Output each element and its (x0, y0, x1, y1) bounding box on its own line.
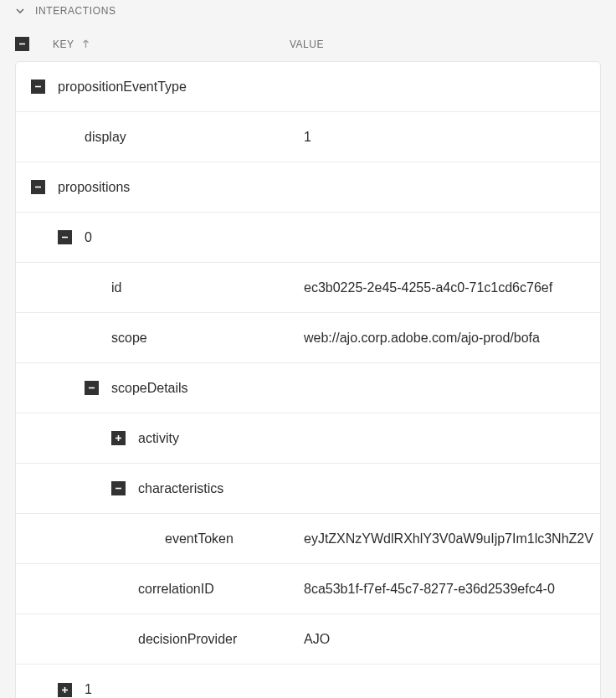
tree-row: 1 (16, 665, 600, 698)
key-cell: 1 (31, 682, 304, 697)
collapse-icon[interactable] (31, 180, 45, 194)
toggle-slot (111, 431, 126, 445)
table-header: KEY VALUE (15, 28, 601, 61)
tree-row: idec3b0225-2e45-4255-a4c0-71c1cd6c76ef (16, 263, 600, 313)
svg-rect-0 (19, 44, 25, 45)
key-label: scopeDetails (111, 381, 188, 396)
expand-icon[interactable] (111, 431, 126, 445)
key-label: characteristics (138, 481, 223, 496)
key-label: 1 (85, 682, 92, 697)
toggle-slot (58, 683, 72, 697)
column-value-header[interactable]: VALUE (290, 38, 601, 50)
key-label: scope (111, 331, 147, 346)
section-header[interactable]: INTERACTIONS (0, 0, 616, 28)
svg-rect-3 (62, 237, 68, 239)
toggle-slot (58, 230, 72, 244)
key-label: propositions (58, 180, 130, 195)
key-cell: display (31, 130, 304, 145)
key-cell: propositionEventType (31, 80, 304, 95)
collapse-icon[interactable] (31, 80, 45, 94)
svg-rect-9 (64, 687, 66, 693)
toggle-slot (85, 381, 99, 395)
tree-row: correlationID8ca53b1f-f7ef-45c7-8277-e36… (16, 564, 600, 614)
key-cell: characteristics (31, 481, 304, 496)
collapse-icon[interactable] (111, 481, 126, 495)
key-label: eventToken (165, 531, 234, 547)
key-cell: activity (31, 431, 304, 446)
tree-row: propositions (16, 162, 600, 213)
value-label: 8ca53b1f-f7ef-45c7-8277-e36d2539efc4-0 (304, 582, 600, 597)
tree: propositionEventTypedisplay1propositions… (15, 61, 601, 698)
tree-row: characteristics (16, 464, 600, 514)
svg-rect-2 (35, 187, 41, 188)
tree-row: scopeweb://ajo.corp.adobe.com/ajo-prod/b… (16, 313, 600, 363)
sort-arrow-up-icon (81, 39, 90, 49)
value-label: AJO (304, 632, 600, 647)
svg-rect-7 (116, 488, 121, 490)
key-cell: propositions (31, 180, 304, 195)
svg-rect-4 (89, 387, 95, 389)
expand-icon[interactable] (58, 683, 72, 697)
collapse-all-toggle[interactable] (15, 37, 29, 51)
value-label: 1 (304, 130, 600, 145)
collapse-icon[interactable] (85, 381, 99, 395)
interactions-panel: INTERACTIONS KEY VALUE propositionEventT… (0, 0, 616, 698)
value-label: ec3b0225-2e45-4255-a4c0-71c1cd6c76ef (304, 280, 600, 295)
toggle-slot (31, 80, 45, 94)
value-label: eyJtZXNzYWdlRXhlY3V0aW9uIjp7Im1lc3NhZ2V (304, 531, 600, 547)
key-label: 0 (85, 230, 92, 245)
key-cell: scope (31, 331, 304, 346)
key-cell: correlationID (31, 582, 304, 597)
tree-row: 0 (16, 213, 600, 263)
key-label: decisionProvider (138, 632, 237, 647)
toggle-slot (111, 481, 126, 495)
key-cell: id (31, 280, 304, 295)
column-key-label: KEY (53, 38, 74, 50)
key-cell: 0 (31, 230, 304, 245)
toggle-slot (31, 180, 45, 194)
tree-row: propositionEventType (16, 62, 600, 112)
tree-row: eventTokeneyJtZXNzYWdlRXhlY3V0aW9uIjp7Im… (16, 514, 600, 564)
svg-rect-1 (35, 86, 41, 88)
key-label: propositionEventType (58, 80, 187, 95)
chevron-down-icon (15, 6, 25, 16)
tree-row: scopeDetails (16, 363, 600, 413)
key-label: activity (138, 431, 179, 446)
tree-row: activity (16, 413, 600, 464)
tree-row: display1 (16, 112, 600, 162)
column-key-header[interactable]: KEY (53, 38, 90, 50)
tree-row: decisionProviderAJO (16, 614, 600, 665)
svg-rect-6 (118, 435, 120, 441)
table: KEY VALUE propositionEventTypedisplay1pr… (0, 28, 616, 698)
key-cell: eventToken (31, 531, 304, 547)
value-label: web://ajo.corp.adobe.com/ajo-prod/bofa (304, 331, 600, 346)
key-cell: decisionProvider (31, 632, 304, 647)
collapse-icon[interactable] (58, 230, 72, 244)
key-cell: scopeDetails (31, 381, 304, 396)
key-label: correlationID (138, 582, 214, 597)
section-title: INTERACTIONS (35, 5, 116, 17)
key-label: id (111, 280, 121, 295)
key-label: display (85, 130, 126, 145)
